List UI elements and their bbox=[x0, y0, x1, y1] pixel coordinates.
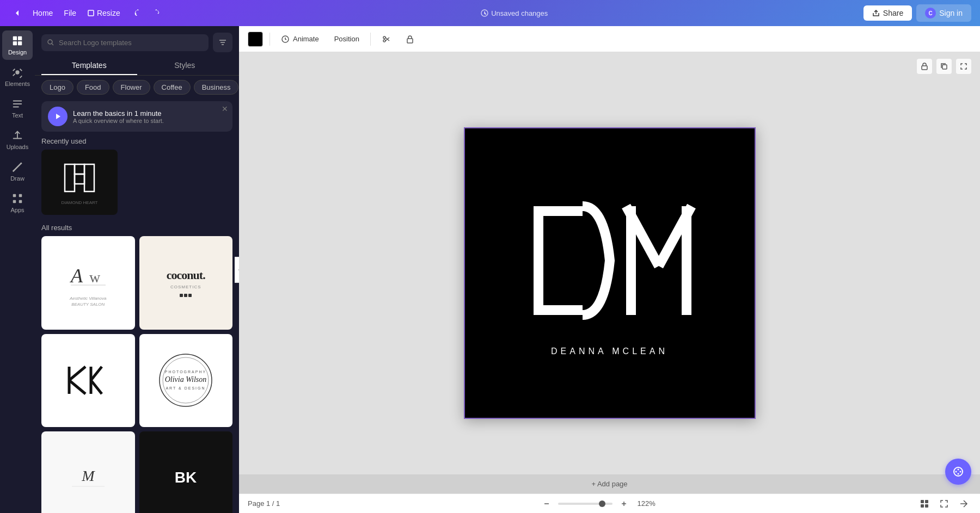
search-input[interactable] bbox=[59, 39, 203, 47]
file-button[interactable]: File bbox=[59, 7, 81, 20]
resize-button[interactable]: Resize bbox=[83, 7, 125, 20]
home-button[interactable]: Home bbox=[28, 7, 57, 20]
zoom-in-button[interactable] bbox=[617, 499, 631, 509]
lock-button[interactable] bbox=[401, 30, 419, 48]
sidebar-item-draw[interactable]: Draw bbox=[2, 157, 33, 186]
add-page-button[interactable]: + Add page bbox=[239, 474, 980, 493]
svg-rect-43 bbox=[534, 305, 583, 315]
svg-point-37 bbox=[383, 40, 385, 42]
signin-button[interactable]: C Sign in bbox=[916, 4, 971, 22]
sidebar-label-elements: Elements bbox=[5, 81, 30, 87]
lock-icon bbox=[406, 35, 414, 44]
chip-flower[interactable]: Flower bbox=[113, 80, 150, 95]
undo-button[interactable] bbox=[129, 7, 146, 20]
learn-banner: Learn the basics in 1 minute A quick ove… bbox=[41, 101, 232, 132]
magic-assistant-button[interactable] bbox=[945, 459, 971, 485]
position-button[interactable]: Position bbox=[330, 33, 364, 45]
share-button[interactable]: Share bbox=[863, 5, 912, 21]
search-icon bbox=[47, 39, 54, 46]
canvas-toolbar: Animate Position bbox=[239, 26, 980, 52]
sidebar-item-uploads[interactable]: Uploads bbox=[2, 125, 33, 154]
svg-rect-16 bbox=[75, 174, 84, 184]
svg-point-49 bbox=[958, 469, 959, 471]
svg-rect-15 bbox=[75, 164, 84, 174]
chip-logo[interactable]: Logo bbox=[41, 80, 74, 95]
tab-styles[interactable]: Styles bbox=[137, 57, 233, 75]
canvas-design-name: DEANNA MCLEAN bbox=[551, 347, 668, 356]
svg-rect-53 bbox=[921, 500, 924, 503]
zoom-slider[interactable] bbox=[558, 503, 612, 505]
play-icon bbox=[48, 107, 68, 126]
svg-rect-10 bbox=[13, 200, 16, 203]
svg-rect-54 bbox=[925, 500, 928, 503]
tab-templates[interactable]: Templates bbox=[41, 57, 137, 75]
animate-button[interactable]: Animate bbox=[277, 33, 323, 46]
svg-point-12 bbox=[48, 40, 52, 44]
expand-view-button[interactable] bbox=[956, 498, 971, 509]
svg-line-26 bbox=[91, 380, 102, 394]
chip-coffee[interactable]: Coffee bbox=[154, 80, 191, 95]
expand-icon bbox=[959, 499, 968, 508]
canvas-lock-icon[interactable] bbox=[917, 59, 932, 74]
template-card-kn[interactable] bbox=[41, 334, 135, 428]
svg-point-7 bbox=[21, 163, 22, 164]
color-swatch[interactable] bbox=[248, 32, 263, 47]
fullscreen-icon bbox=[940, 499, 948, 508]
svg-rect-0 bbox=[88, 10, 94, 16]
sidebar-item-elements[interactable]: Elements bbox=[2, 62, 33, 91]
close-banner-button[interactable]: ✕ bbox=[222, 104, 228, 113]
template-card-aw[interactable]: A w Aesthetic VillanovaBEAUTY SALON bbox=[41, 236, 135, 330]
svg-rect-3 bbox=[18, 36, 22, 40]
sidebar-item-text[interactable]: Text bbox=[2, 94, 33, 123]
minus-icon bbox=[543, 500, 550, 508]
svg-rect-47 bbox=[682, 206, 691, 315]
fullscreen-button[interactable] bbox=[936, 498, 952, 509]
canvas-expand-icon[interactable] bbox=[956, 59, 971, 74]
redo-button[interactable] bbox=[148, 7, 165, 20]
scissors-button[interactable] bbox=[377, 30, 395, 48]
filter-button[interactable] bbox=[213, 33, 232, 52]
learn-text: Learn the basics in 1 minute A quick ove… bbox=[73, 109, 164, 124]
panel-scroll: Recently used DIAMOND HEART bbox=[35, 137, 239, 513]
chip-food[interactable]: Food bbox=[77, 80, 109, 95]
svg-marker-13 bbox=[56, 114, 60, 119]
svg-rect-11 bbox=[19, 200, 22, 203]
filter-chips: Logo Food Flower Coffee Business bbox=[35, 80, 239, 99]
svg-line-25 bbox=[91, 367, 102, 380]
search-input-wrap[interactable] bbox=[41, 34, 209, 51]
chip-business[interactable]: Business bbox=[194, 80, 239, 95]
recent-card-diamond-heart[interactable]: DIAMOND HEART bbox=[41, 150, 118, 215]
template-card-olivia[interactable]: PHOTOGRAPHY Olivia Wilson ART & DESIGN bbox=[139, 334, 233, 428]
design-canvas[interactable]: DEANNA MCLEAN bbox=[464, 127, 756, 419]
back-button[interactable] bbox=[9, 7, 26, 20]
bottom-bar: Page 1 / 1 122% bbox=[239, 493, 980, 513]
play-triangle-icon bbox=[54, 113, 62, 120]
search-bar bbox=[35, 26, 239, 57]
svg-text:M: M bbox=[81, 467, 95, 484]
grid-view-button[interactable] bbox=[917, 498, 932, 509]
svg-text:ART & DESIGN: ART & DESIGN bbox=[166, 386, 206, 390]
sidebar-label-apps: Apps bbox=[10, 207, 24, 213]
canvas-logo bbox=[501, 190, 719, 342]
template-card-coconut[interactable]: coconut. COSMETICS bbox=[139, 236, 233, 330]
svg-rect-42 bbox=[534, 206, 583, 216]
zoom-out-button[interactable] bbox=[540, 499, 554, 509]
sidebar-item-apps[interactable]: Apps bbox=[2, 188, 33, 218]
lock-small-icon bbox=[921, 63, 928, 70]
svg-rect-17 bbox=[84, 164, 94, 191]
hide-panel-button[interactable] bbox=[235, 257, 239, 283]
icon-sidebar: Design Elements Text Uploads Draw Apps bbox=[0, 26, 35, 513]
bottom-center: 122% bbox=[540, 499, 657, 509]
template-card-5[interactable]: M bbox=[41, 431, 135, 513]
svg-point-36 bbox=[383, 36, 385, 39]
learn-subtitle: A quick overview of where to start. bbox=[73, 118, 164, 124]
canvas-copy-icon[interactable] bbox=[936, 59, 952, 74]
toolbar-divider-1 bbox=[270, 33, 270, 46]
svg-rect-5 bbox=[18, 41, 22, 45]
template-card-6[interactable]: BK bbox=[139, 431, 233, 513]
sidebar-item-design[interactable]: Design bbox=[2, 30, 33, 60]
svg-rect-41 bbox=[534, 206, 543, 315]
magic-wand-icon bbox=[952, 466, 964, 478]
topbar: Home File Resize Unsaved changes Share C… bbox=[0, 0, 980, 26]
animate-icon bbox=[281, 35, 290, 44]
